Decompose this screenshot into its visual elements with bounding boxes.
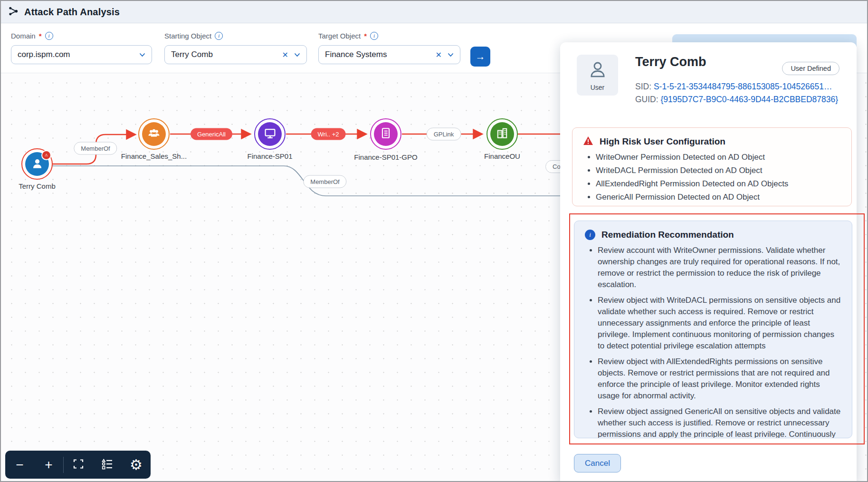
user-outline-icon — [588, 59, 608, 82]
high-risk-item: WriteOwner Permission Detected on AD Obj… — [596, 152, 842, 162]
high-risk-item: WriteDACL Permission Detected on AD Obje… — [596, 165, 842, 175]
warning-badge-icon: ⚠ — [41, 150, 51, 160]
graph-toolbar: − + ⚙ — [5, 451, 151, 479]
node-finance-sp01-gpo[interactable] — [370, 118, 401, 150]
starting-object-field-group: Starting Object i Terry Comb ✕ — [164, 31, 307, 64]
minus-icon: − — [16, 458, 23, 472]
remediation-card: i Remediation Recommendation Review acco… — [574, 221, 852, 438]
clear-icon[interactable]: ✕ — [436, 50, 442, 59]
domain-select[interactable]: corp.ispm.com — [11, 45, 152, 64]
organizational-unit-icon — [496, 127, 508, 141]
gpo-document-icon — [380, 127, 392, 141]
avatar: User — [577, 55, 618, 96]
remediation-item: Review object with AllExtendedRights per… — [598, 356, 842, 402]
gear-icon: ⚙ — [130, 458, 143, 472]
object-type-label: User — [591, 84, 605, 91]
guid-label: GUID: — [635, 95, 660, 104]
starting-object-label: Starting Object i — [164, 31, 307, 40]
sid-value: S-1-5-21-3534484795-886153085-104526651… — [654, 82, 832, 91]
remediation-item: Review account with WriteOwner permissio… — [598, 245, 842, 290]
domain-field-group: Domain* i corp.ispm.com — [11, 31, 152, 64]
legend-list-icon — [102, 458, 113, 472]
target-object-field-group: Target Object* i Finance Systems ✕ — [318, 31, 460, 64]
target-object-select[interactable]: Finance Systems ✕ — [318, 45, 460, 64]
fit-view-button[interactable] — [64, 451, 93, 479]
run-analysis-button[interactable]: → — [470, 47, 490, 67]
chevron-down-icon[interactable] — [139, 50, 145, 59]
info-icon[interactable]: i — [370, 32, 378, 40]
domain-label: Domain* i — [11, 31, 152, 40]
arrow-right-icon: → — [476, 51, 486, 62]
edge-label-gplink[interactable]: GPLink — [427, 128, 461, 141]
high-risk-header: High Risk User Configuration — [583, 136, 842, 147]
sid-row: SID: S-1-5-21-3534484795-886153085-10452… — [635, 82, 832, 92]
page-title: Attack Path Analysis — [24, 7, 120, 18]
target-object-label: Target Object* i — [318, 31, 460, 40]
node-finance-sp01[interactable] — [254, 118, 286, 150]
clear-icon[interactable]: ✕ — [282, 50, 288, 59]
object-name: Terry Comb — [635, 55, 706, 69]
node-label: FinanceOU — [484, 152, 520, 160]
node-label: Finance-SP01-GPO — [354, 153, 417, 161]
chevron-down-icon[interactable] — [294, 50, 300, 59]
object-detail-panel: User Terry Comb User Defined SID: S-1-5-… — [560, 42, 857, 482]
legend-button[interactable] — [93, 451, 122, 479]
guid-value: {9195D7C7-B9C0-4463-9D44-B2CBBED87836} — [660, 95, 838, 104]
edge-label-memberof-2[interactable]: MemberOf — [303, 175, 346, 188]
settings-button[interactable]: ⚙ — [122, 451, 151, 479]
high-risk-item: GenericAll Permission Detected on AD Obj… — [596, 192, 842, 202]
remediation-item: Review object with WriteDACL permissions… — [598, 295, 842, 352]
node-label: Terry Comb — [19, 182, 56, 190]
computer-icon — [264, 127, 277, 142]
attack-path-analysis-screen: MemberOf GenericAll Wri.. +2 GPLink Memb… — [0, 0, 868, 482]
node-finance-sales-group[interactable] — [138, 118, 170, 150]
cancel-button[interactable]: Cancel — [574, 454, 621, 472]
node-label: Finance-SP01 — [247, 152, 292, 160]
zoom-in-button[interactable]: + — [34, 451, 63, 479]
zoom-out-button[interactable]: − — [5, 451, 34, 479]
edge-label-genericall[interactable]: GenericAll — [191, 128, 232, 140]
remediation-list: Review account with WriteOwner permissio… — [585, 245, 842, 438]
high-risk-item: AllExtendedRight Permission Detected on … — [596, 179, 842, 189]
warning-triangle-icon — [583, 136, 593, 147]
info-icon[interactable]: i — [45, 32, 53, 40]
info-icon[interactable]: i — [215, 32, 223, 40]
edge-label-write-plus2[interactable]: Wri.. +2 — [311, 128, 346, 140]
high-risk-list: WriteOwner Permission Detected on AD Obj… — [583, 152, 842, 202]
fullscreen-brackets-icon — [73, 458, 84, 472]
attack-path-icon — [8, 6, 19, 19]
high-risk-title: High Risk User Configuration — [600, 136, 725, 147]
edge-label-memberof-1[interactable]: MemberOf — [74, 142, 117, 155]
node-label: Finance_Sales_Sh... — [121, 152, 187, 160]
user-icon — [31, 157, 44, 172]
remediation-title: Remediation Recommendation — [601, 230, 734, 240]
info-icon: i — [585, 230, 595, 240]
app-header: Attack Path Analysis — [1, 1, 867, 23]
starting-object-select[interactable]: Terry Comb ✕ — [164, 45, 307, 64]
high-risk-card: High Risk User Configuration WriteOwner … — [572, 127, 852, 206]
sid-label: SID: — [635, 82, 654, 91]
node-finance-ou[interactable] — [486, 118, 518, 150]
plus-icon: + — [45, 458, 52, 472]
guid-row: GUID: {9195D7C7-B9C0-4463-9D44-B2CBBED87… — [635, 95, 838, 105]
group-icon — [147, 126, 161, 142]
chevron-down-icon[interactable] — [448, 50, 454, 59]
remediation-header: i Remediation Recommendation — [585, 230, 842, 240]
remediation-item: Review object assigned GenericAll on sen… — [598, 406, 842, 438]
user-defined-badge: User Defined — [782, 62, 839, 75]
